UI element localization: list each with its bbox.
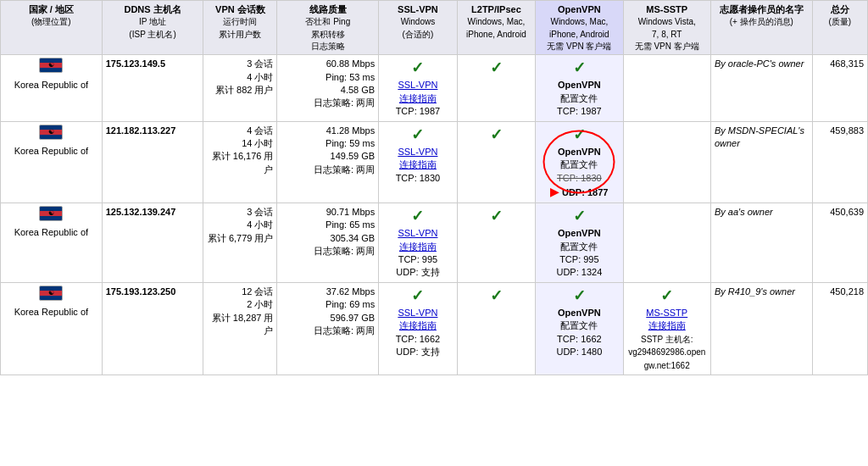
openvpn-label: OpenVPN	[558, 308, 601, 318]
session-count: 12 会话	[242, 286, 273, 297]
l2tp-checkmark: ✓	[461, 125, 532, 146]
header-ddns: DDNS 主机名 IP 地址 (ISP 主机名)	[102, 1, 203, 55]
ssl-guide-link[interactable]: 连接指南	[399, 320, 437, 330]
total-score: 468,315	[830, 58, 864, 69]
session-count: 3 会话	[247, 207, 273, 217]
openvpn-cell: ✓ OpenVPN 配置文件 TCP: 995UDP: 1324	[536, 203, 623, 283]
header-sstp: MS-SSTP Windows Vista, 7, 8, RT 无需 VPN 客…	[623, 1, 710, 55]
header-ssl: SSL-VPN Windows (合适的)	[379, 1, 458, 55]
openvpn-port2: UDP: 1480	[556, 347, 602, 357]
total-users: 累计 16,176 用户	[212, 151, 274, 174]
openvpn-sublabel: 配置文件	[560, 320, 598, 330]
l2tp-cell: ✓	[457, 121, 536, 203]
openvpn-checkmark: ✓	[539, 125, 619, 146]
total-users: 累计 882 用户	[215, 85, 273, 95]
total-cell: 450,639	[812, 203, 867, 283]
ssl-guide-link[interactable]: 连接指南	[399, 93, 437, 103]
log-policy: 日志策略: 两周	[314, 246, 375, 256]
owner-name: By aa's owner	[715, 207, 773, 217]
owner-name: By MSDN-SPECIAL's owner	[715, 125, 804, 148]
session-count: 4 会话	[247, 125, 273, 136]
ssl-link[interactable]: SSL-VPN	[398, 308, 437, 318]
quality-cell: 41.28 Mbps Ping: 59 ms 149.59 GB 日志策略: 两…	[277, 121, 379, 203]
header-openvpn: OpenVPN Windows, Mac, iPhone, Android 无需…	[536, 1, 623, 55]
openvpn-port2: UDP: 1877	[562, 187, 608, 197]
arrow-icon: ▶	[550, 186, 562, 198]
header-total: 总分 (质量)	[812, 1, 867, 55]
openvpn-label: OpenVPN	[558, 147, 601, 157]
ssl-link[interactable]: SSL-VPN	[398, 80, 437, 90]
l2tp-checkmark: ✓	[461, 286, 532, 307]
flag-icon	[39, 286, 63, 301]
transfer: 4.58 GB	[341, 85, 375, 95]
owner-name: By oracle-PC's owner	[715, 58, 804, 69]
sessions-cell: 4 会话 14 小时 累计 16,176 用户	[203, 121, 277, 203]
ssl-link[interactable]: SSL-VPN	[398, 228, 437, 238]
country-name: Korea Republic of	[14, 227, 88, 237]
flag-icon	[39, 58, 63, 73]
table-row: Korea Republic of 175.193.123.250 12 会话 …	[1, 282, 868, 374]
openvpn-port1: TCP: 1662	[557, 334, 602, 344]
uptime: 2 小时	[247, 299, 273, 309]
ssl-guide-link[interactable]: 连接指南	[399, 241, 437, 252]
session-count: 3 会话	[247, 58, 273, 69]
openvpn-port1: TCP: 995	[559, 254, 598, 264]
uptime: 14 小时	[242, 138, 273, 148]
flag-icon	[39, 206, 63, 221]
ip-cell: 125.132.139.247	[102, 203, 203, 283]
l2tp-cell: ✓	[457, 282, 536, 374]
table-row: Korea Republic of 125.132.139.247 3 会话 4…	[1, 203, 868, 283]
speed: 37.62 Mbps	[326, 286, 375, 297]
ssl-link[interactable]: SSL-VPN	[398, 147, 437, 157]
openvpn-sublabel: 配置文件	[560, 93, 598, 103]
sstp-checkmark: ✓	[627, 286, 707, 307]
openvpn-port: TCP: 1987	[557, 106, 602, 116]
openvpn-port2: UDP: 1324	[556, 267, 602, 277]
total-users: 累计 6,779 用户	[208, 233, 274, 243]
uptime: 4 小时	[247, 219, 273, 230]
header-quality: 线路质量 否壮和 Ping 累积转移 日志策略	[277, 1, 379, 55]
country-cell: Korea Republic of	[1, 55, 103, 121]
country-cell: Korea Republic of	[1, 203, 103, 283]
ssl-guide-link[interactable]: 连接指南	[399, 159, 437, 169]
ip-address: 121.182.113.227	[106, 125, 176, 136]
ssl-port: TCP: 1662	[396, 334, 441, 344]
sessions-cell: 3 会话 4 小时 累计 6,779 用户	[203, 203, 277, 283]
speed: 41.28 Mbps	[326, 125, 375, 136]
ssl-cell: ✓ SSL-VPN 连接指南 TCP: 1987	[379, 55, 458, 121]
quality-cell: 37.62 Mbps Ping: 69 ms 596.97 GB 日志策略: 两…	[277, 282, 379, 374]
quality-cell: 60.88 Mbps Ping: 53 ms 4.58 GB 日志策略: 两周	[277, 55, 379, 121]
country-name: Korea Republic of	[14, 307, 88, 317]
sstp-cell	[623, 121, 710, 203]
transfer: 149.59 GB	[331, 151, 376, 161]
sstp-host: SSTP 主机名: vg2948692986.opengw.net:1662	[628, 335, 705, 370]
ssl-cell: ✓ SSL-VPN 连接指南 TCP: 995UDP: 支持	[379, 203, 458, 283]
openvpn-cell: ✓ OpenVPN 配置文件 TCP: 1662UDP: 1480	[536, 282, 623, 374]
uptime: 4 小时	[247, 72, 273, 82]
ssl-port2: UDP: 支持	[396, 347, 439, 357]
speed: 90.71 Mbps	[326, 207, 375, 217]
country-name: Korea Republic of	[14, 146, 88, 156]
ssl-port: TCP: 1830	[396, 173, 441, 183]
ping: Ping: 53 ms	[326, 72, 375, 82]
transfer: 305.34 GB	[331, 233, 376, 243]
sstp-link-label[interactable]: MS-SSTP	[646, 308, 687, 318]
speed: 60.88 Mbps	[326, 58, 375, 69]
l2tp-checkmark: ✓	[461, 206, 532, 227]
openvpn-cell: ✓ OpenVPN 配置文件 TCP: 1987	[536, 55, 623, 121]
openvpn-sublabel: 配置文件	[560, 241, 598, 252]
sstp-guide-link[interactable]: 连接指南	[648, 320, 686, 330]
ping: Ping: 65 ms	[326, 219, 375, 230]
ssl-port: TCP: 1987	[396, 106, 441, 116]
l2tp-cell: ✓	[457, 203, 536, 283]
total-cell: 468,315	[812, 55, 867, 121]
ssl-checkmark: ✓	[382, 286, 453, 307]
sstp-cell: ✓ MS-SSTP 连接指南 SSTP 主机名: vg2948692986.op…	[623, 282, 710, 374]
ssl-checkmark: ✓	[382, 125, 453, 146]
sstp-cell	[623, 203, 710, 283]
ip-address: 175.123.149.5	[106, 58, 165, 69]
header-owner: 志愿者操作员的名字 (+ 操作员的消息)	[710, 1, 812, 55]
country-cell: Korea Republic of	[1, 121, 103, 203]
openvpn-cell: ✓ OpenVPN 配置文件 TCP: 1830▶ UDP: 1877	[536, 121, 623, 203]
table-header: 国家 / 地区 (物理位置) DDNS 主机名 IP 地址 (ISP 主机名) …	[1, 1, 868, 55]
